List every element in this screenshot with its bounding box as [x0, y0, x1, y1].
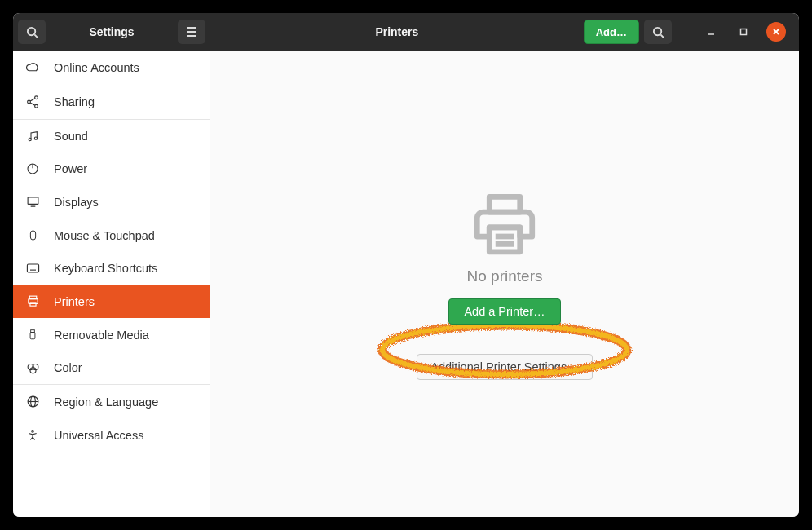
sidebar-item-removable-media[interactable]: Removable Media	[13, 318, 210, 351]
sidebar-item-printers[interactable]: Printers	[13, 285, 210, 318]
content-search-button[interactable]	[644, 20, 672, 44]
add-button-label: Add…	[596, 26, 627, 38]
display-icon	[24, 195, 41, 209]
titlebar-left: Settings	[13, 20, 210, 44]
printer-large-icon	[468, 188, 541, 261]
keyboard-icon	[24, 263, 41, 274]
svg-rect-44	[489, 227, 520, 252]
sidebar-item-power[interactable]: Power	[13, 152, 210, 185]
music-icon	[24, 130, 41, 143]
sidebar-item-region-language[interactable]: Region & Language	[13, 385, 210, 418]
accessibility-icon	[24, 428, 41, 442]
globe-icon	[24, 395, 41, 409]
minimize-button[interactable]	[701, 22, 721, 42]
svg-point-11	[35, 96, 38, 99]
svg-line-6	[660, 34, 664, 38]
add-printer-button[interactable]: Add a Printer…	[448, 298, 560, 325]
sidebar: Online Accounts Sharing Sound Power	[13, 51, 210, 517]
sidebar-item-displays[interactable]: Displays	[13, 185, 210, 219]
content-area: No printers Add a Printer… Additional Pr…	[210, 51, 799, 517]
svg-line-14	[30, 99, 35, 101]
printer-icon	[24, 294, 41, 308]
power-icon	[24, 162, 41, 175]
sidebar-item-label: Region & Language	[54, 395, 158, 409]
sidebar-item-keyboard-shortcuts[interactable]: Keyboard Shortcuts	[13, 252, 210, 285]
titlebar: Settings Printers Add…	[13, 13, 799, 51]
empty-state-text: No printers	[467, 267, 543, 285]
sidebar-item-label: Power	[54, 162, 87, 175]
svg-point-5	[653, 27, 660, 34]
sidebar-item-label: Online Accounts	[54, 61, 139, 74]
svg-point-17	[34, 137, 37, 139]
sidebar-item-label: Mouse & Touchpad	[54, 229, 155, 242]
close-icon	[772, 28, 780, 36]
window-body: Online Accounts Sharing Sound Power	[13, 51, 799, 517]
page-title: Printers	[215, 25, 579, 38]
add-printer-header-button[interactable]: Add…	[584, 20, 639, 44]
additional-printer-settings-button[interactable]: Additional Printer Settings…	[417, 354, 592, 380]
svg-line-1	[34, 34, 38, 38]
mouse-icon	[24, 228, 41, 242]
svg-rect-20	[28, 197, 38, 205]
hamburger-menu-button[interactable]	[178, 20, 205, 44]
sidebar-item-mouse-touchpad[interactable]: Mouse & Touchpad	[13, 219, 210, 252]
svg-point-0	[27, 27, 34, 34]
settings-window: Settings Printers Add…	[13, 13, 799, 517]
sidebar-item-label: Displays	[54, 196, 99, 209]
color-icon	[24, 362, 41, 374]
svg-rect-8	[741, 29, 747, 35]
close-button[interactable]	[766, 22, 786, 42]
sidebar-item-label: Keyboard Shortcuts	[54, 262, 157, 275]
svg-point-12	[28, 100, 31, 104]
cloud-icon	[24, 60, 41, 75]
sidebar-item-label: Printers	[54, 295, 95, 308]
sidebar-item-label: Universal Access	[54, 429, 143, 442]
svg-rect-35	[30, 333, 35, 339]
sidebar-item-label: Color	[54, 361, 82, 374]
svg-line-15	[30, 103, 35, 105]
hamburger-icon	[186, 27, 197, 37]
maximize-icon	[739, 28, 748, 36]
share-icon	[24, 95, 41, 109]
sidebar-item-color[interactable]: Color	[13, 351, 210, 384]
sidebar-item-online-accounts[interactable]: Online Accounts	[13, 51, 210, 85]
sidebar-item-universal-access[interactable]: Universal Access	[13, 418, 210, 452]
search-icon	[26, 26, 38, 38]
svg-point-16	[29, 138, 31, 140]
sidebar-search-button[interactable]	[18, 20, 46, 44]
sidebar-item-label: Sharing	[54, 95, 95, 108]
sidebar-item-label: Removable Media	[54, 329, 149, 342]
svg-rect-25	[27, 264, 38, 272]
titlebar-right: Printers Add…	[210, 20, 799, 44]
search-icon	[652, 26, 664, 38]
minimize-icon	[707, 28, 715, 36]
svg-rect-33	[29, 303, 35, 306]
add-printer-button-label: Add a Printer…	[464, 305, 545, 318]
additional-settings-label: Additional Printer Settings…	[430, 360, 578, 373]
svg-point-42	[32, 431, 34, 433]
sidebar-item-sharing[interactable]: Sharing	[13, 85, 210, 119]
usb-icon	[24, 328, 41, 342]
svg-point-13	[35, 104, 38, 108]
sidebar-title: Settings	[49, 25, 174, 38]
sidebar-item-label: Sound	[54, 130, 88, 143]
sidebar-item-sound[interactable]: Sound	[13, 120, 210, 152]
maximize-button[interactable]	[734, 22, 753, 42]
